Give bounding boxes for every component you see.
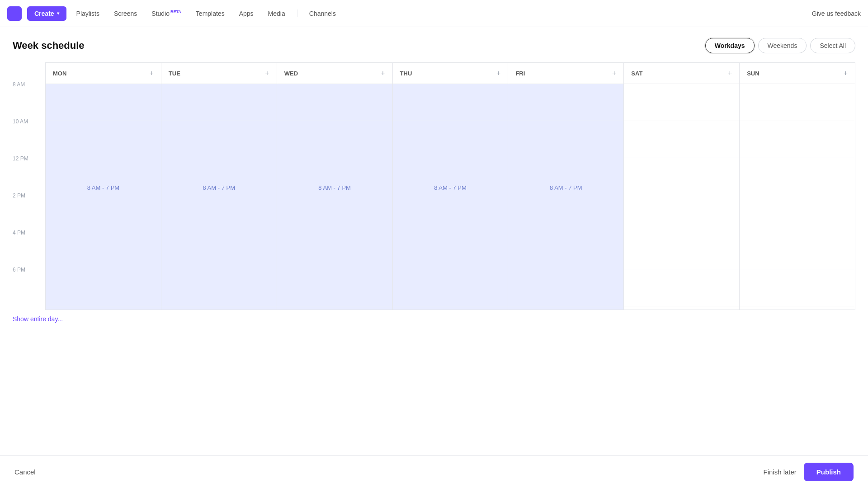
ts-sat-5 — [624, 232, 739, 269]
time-label-6pm: 6 PM — [13, 267, 45, 304]
ts-sun-2 — [740, 121, 855, 158]
add-sun-button[interactable]: + — [844, 69, 848, 77]
select-all-button[interactable]: Select All — [810, 38, 855, 53]
day-header-fri: FRI + — [508, 62, 624, 84]
show-entire-day-link[interactable]: Show entire day... — [13, 315, 855, 323]
day-header-sun: SUN + — [740, 62, 855, 84]
day-column-sat[interactable] — [624, 84, 740, 310]
nav-templates[interactable]: Templates — [189, 6, 231, 21]
add-wed-button[interactable]: + — [381, 69, 385, 77]
bottom-bar: Cancel Finish later Publish — [0, 455, 868, 488]
chevron-down-icon: ▾ — [57, 11, 59, 16]
top-navigation: Create ▾ Playlists Screens StudioBETA Te… — [0, 0, 868, 27]
time-label-8am: 8 AM — [13, 81, 45, 118]
schedule-thu: 8 AM - 7 PM — [393, 84, 508, 291]
ts-sun-5 — [740, 232, 855, 269]
ts-sat-4 — [624, 195, 739, 232]
day-column-thu[interactable]: 8 AM - 7 PM — [393, 84, 509, 310]
day-header-mon: MON + — [46, 62, 161, 84]
finish-later-button[interactable]: Finish later — [763, 468, 796, 476]
day-column-mon[interactable]: 8 AM - 7 PM — [46, 84, 161, 310]
time-labels: 8 AM 10 AM 12 PM 2 PM 4 PM 6 PM — [13, 62, 45, 310]
nav-media[interactable]: Media — [262, 6, 292, 21]
create-button[interactable]: Create ▾ — [27, 6, 66, 21]
time-label-12pm: 12 PM — [13, 155, 45, 192]
bottom-right-actions: Finish later Publish — [763, 463, 854, 481]
day-headers: MON + TUE + WED + THU + FRI + — [45, 62, 855, 84]
calendar-wrapper: 8 AM 10 AM 12 PM 2 PM 4 PM 6 PM MON + TU… — [13, 62, 855, 310]
app-logo — [7, 6, 22, 21]
main-content: Week schedule Workdays Weekends Select A… — [0, 27, 868, 455]
nav-divider — [297, 9, 297, 17]
day-column-fri[interactable]: 8 AM - 7 PM — [508, 84, 624, 310]
time-label-4pm: 4 PM — [13, 230, 45, 267]
ts-sat-1 — [624, 84, 739, 121]
ts-sun-1 — [740, 84, 855, 121]
add-mon-button[interactable]: + — [150, 69, 154, 77]
day-column-wed[interactable]: 8 AM - 7 PM — [277, 84, 393, 310]
schedule-mon: 8 AM - 7 PM — [46, 84, 161, 291]
add-thu-button[interactable]: + — [496, 69, 500, 77]
day-header-sat: SAT + — [624, 62, 740, 84]
ts-sat-3 — [624, 158, 739, 195]
create-label: Create — [34, 10, 54, 17]
nav-playlists[interactable]: Playlists — [70, 6, 106, 21]
day-filter-buttons: Workdays Weekends Select All — [705, 38, 855, 53]
add-sat-button[interactable]: + — [728, 69, 732, 77]
page-title: Week schedule — [13, 40, 85, 52]
time-label-2pm: 2 PM — [13, 192, 45, 230]
day-header-wed: WED + — [277, 62, 393, 84]
ts-sun-4 — [740, 195, 855, 232]
weekends-button[interactable]: Weekends — [758, 38, 807, 53]
week-schedule-header: Week schedule Workdays Weekends Select A… — [13, 38, 855, 53]
calendar-body: 8 AM - 7 PM 8 AM - 7 PM — [45, 84, 855, 310]
add-tue-button[interactable]: + — [265, 69, 269, 77]
ts-sun-6 — [740, 269, 855, 306]
calendar-grid: MON + TUE + WED + THU + FRI + — [45, 62, 855, 310]
add-fri-button[interactable]: + — [612, 69, 616, 77]
schedule-wed: 8 AM - 7 PM — [277, 84, 392, 291]
day-column-sun[interactable] — [740, 84, 855, 310]
day-header-thu: THU + — [393, 62, 509, 84]
time-label-10am: 10 AM — [13, 118, 45, 155]
day-column-tue[interactable]: 8 AM - 7 PM — [161, 84, 277, 310]
nav-studio[interactable]: StudioBETA — [145, 6, 188, 21]
cancel-button[interactable]: Cancel — [14, 468, 36, 476]
ts-sat-6 — [624, 269, 739, 306]
schedule-tue: 8 AM - 7 PM — [161, 84, 277, 291]
nav-channels[interactable]: Channels — [303, 6, 342, 21]
nav-apps[interactable]: Apps — [233, 6, 260, 21]
nav-screens[interactable]: Screens — [108, 6, 143, 21]
nav-links: Playlists Screens StudioBETA Templates A… — [70, 6, 812, 21]
ts-sun-3 — [740, 158, 855, 195]
workdays-button[interactable]: Workdays — [705, 38, 755, 53]
day-header-tue: TUE + — [161, 62, 277, 84]
give-feedback-link[interactable]: Give us feedback — [812, 10, 861, 17]
publish-button[interactable]: Publish — [804, 463, 854, 481]
ts-sat-2 — [624, 121, 739, 158]
schedule-fri: 8 AM - 7 PM — [508, 84, 623, 291]
